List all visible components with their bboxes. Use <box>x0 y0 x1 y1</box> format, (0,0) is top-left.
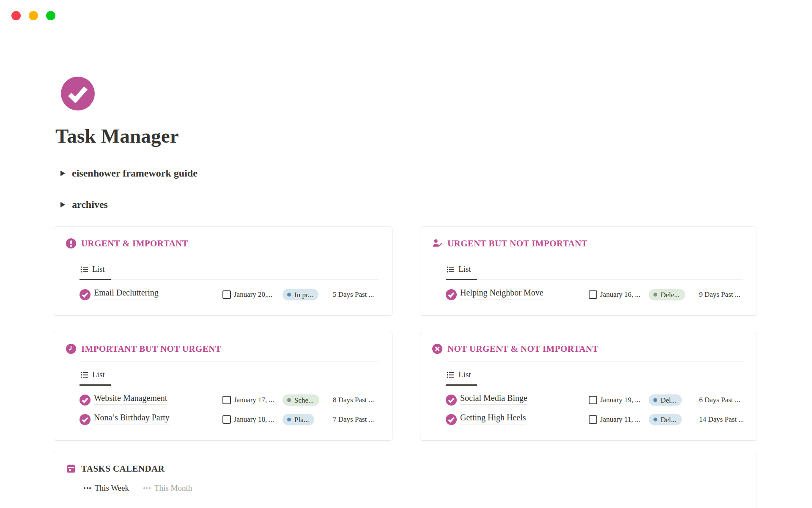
task-list: Social Media Binge January 19, ... Del..… <box>432 390 744 429</box>
task-check-circle-icon <box>80 289 91 300</box>
calendar-icon <box>66 464 76 474</box>
task-done-checkbox[interactable] <box>589 290 597 299</box>
toggle-triangle-icon <box>60 202 65 207</box>
status-label: Dele... <box>661 290 680 299</box>
task-days-past: 7 Days Past ... <box>333 415 374 424</box>
status-pill[interactable]: Sche... <box>283 395 319 406</box>
exclamation-circle-icon <box>66 238 76 248</box>
calendar-tab-label: This Week <box>95 483 129 494</box>
task-check-circle-icon <box>80 414 91 425</box>
divider <box>447 361 743 362</box>
view-tab-row: List <box>80 264 379 280</box>
toggle-archives[interactable]: archives <box>54 198 757 211</box>
tab-label: List <box>92 369 105 380</box>
task-list: Helping Neighbor Move January 16, ... De… <box>432 285 744 304</box>
status-pill[interactable]: In pr... <box>283 289 318 301</box>
task-due-date[interactable]: January 17, ... <box>234 396 274 404</box>
status-label: In pr... <box>294 290 313 299</box>
quadrant-title: NOT URGENT & NOT IMPORTANT <box>447 344 598 354</box>
view-tab-row: List <box>446 369 743 385</box>
view-tab-row: List <box>446 264 743 280</box>
task-list: Email Decluttering January 20,... In pr.… <box>66 285 379 304</box>
status-pill[interactable]: Del... <box>649 414 682 425</box>
status-dot-icon <box>287 418 291 422</box>
task-row: Nona’s Birthday Party January 18, ... Pl… <box>66 410 379 429</box>
list-view-icon <box>447 265 455 273</box>
view-tab-row: List <box>80 369 379 385</box>
view-dots-icon <box>84 487 91 489</box>
status-dot-icon <box>653 418 657 422</box>
task-check-circle-icon <box>446 395 457 406</box>
close-window-button[interactable] <box>11 11 21 20</box>
status-label: Sche... <box>294 396 314 404</box>
quadrant-title: URGENT BUT NOT IMPORTANT <box>447 238 587 249</box>
task-row: Helping Neighbor Move January 16, ... De… <box>432 285 744 304</box>
tab-list-view[interactable]: List <box>80 264 111 280</box>
quadrant-card: NOT URGENT & NOT IMPORTANT List <box>420 332 757 441</box>
tasks-calendar-title: TASKS CALENDAR <box>81 464 165 474</box>
tab-list-view[interactable]: List <box>446 369 477 386</box>
task-done-checkbox[interactable] <box>222 396 231 404</box>
check-circle-icon[interactable] <box>61 77 95 110</box>
tab-label: List <box>92 264 105 275</box>
calendar-tab-this-month[interactable]: This Month <box>143 483 192 494</box>
status-pill[interactable]: Pla... <box>283 414 314 425</box>
status-label: Del... <box>661 415 676 424</box>
calendar-tab-label: This Month <box>154 483 192 494</box>
task-row: Email Decluttering January 20,... In pr.… <box>66 285 379 304</box>
task-days-past: 6 Days Past ... <box>699 396 740 404</box>
quadrant-header: URGENT BUT NOT IMPORTANT <box>432 237 744 250</box>
tab-list-view[interactable]: List <box>446 264 477 280</box>
task-list: Website Management January 17, ... Sche.… <box>66 390 379 429</box>
task-row: Website Management January 17, ... Sche.… <box>66 390 379 410</box>
task-due-date[interactable]: January 11, ... <box>600 415 640 424</box>
status-pill[interactable]: Dele... <box>649 289 685 301</box>
task-due-date[interactable]: January 20,... <box>234 290 272 299</box>
tasks-calendar-card: TASKS CALENDAR This WeekThis Month <box>54 452 757 508</box>
task-done-checkbox[interactable] <box>222 290 231 299</box>
calendar-view-tabs: This WeekThis Month <box>84 483 744 494</box>
task-due-date[interactable]: January 19, ... <box>600 396 640 404</box>
zoom-window-button[interactable] <box>46 11 55 20</box>
status-dot-icon <box>653 293 657 297</box>
page-title[interactable]: Task Manager <box>55 124 757 148</box>
task-days-past: 14 Days Past ... <box>699 415 744 424</box>
quadrant-header: URGENT & IMPORTANT <box>66 237 379 250</box>
task-title-link[interactable]: Social Media Binge <box>460 393 527 405</box>
task-title-link[interactable]: Website Management <box>94 393 167 405</box>
divider <box>81 256 379 256</box>
status-label: Del... <box>661 396 676 404</box>
task-due-date[interactable]: January 18, ... <box>234 415 274 424</box>
quadrant-card: URGENT & IMPORTANT List <box>54 226 392 316</box>
page-content: Task Manager eisenhower framework guide … <box>54 0 757 508</box>
tab-list-view[interactable]: List <box>80 369 111 386</box>
divider <box>447 256 743 256</box>
task-due-date[interactable]: January 16, ... <box>600 290 640 299</box>
toggle-label: archives <box>72 198 108 211</box>
status-dot-icon <box>653 398 657 402</box>
task-title-link[interactable]: Email Decluttering <box>94 288 159 299</box>
quadrant-card: IMPORTANT BUT NOT URGENT List <box>54 332 392 441</box>
minimize-window-button[interactable] <box>29 11 38 20</box>
task-done-checkbox[interactable] <box>589 396 597 404</box>
task-title-link[interactable]: Getting High Heels <box>460 413 526 424</box>
task-done-checkbox[interactable] <box>222 415 231 424</box>
quadrant-header: IMPORTANT BUT NOT URGENT <box>66 342 379 355</box>
task-row: Getting High Heels January 11, ... Del..… <box>432 410 744 429</box>
task-title-link[interactable]: Helping Neighbor Move <box>460 288 543 299</box>
person-check-icon <box>432 238 442 248</box>
quadrant-grid: URGENT & IMPORTANT List <box>54 226 757 441</box>
toggle-eisenhower-framework-guide[interactable]: eisenhower framework guide <box>54 166 757 180</box>
quadrant-header: NOT URGENT & NOT IMPORTANT <box>432 342 744 355</box>
tab-label: List <box>458 369 471 380</box>
task-days-past: 5 Days Past ... <box>333 290 374 299</box>
calendar-tab-this-week[interactable]: This Week <box>84 483 129 494</box>
view-dots-icon <box>143 487 151 489</box>
task-title-link[interactable]: Nona’s Birthday Party <box>94 413 170 424</box>
quadrant-card: URGENT BUT NOT IMPORTANT List <box>420 226 757 316</box>
list-view-icon <box>80 371 88 379</box>
status-pill[interactable]: Del... <box>649 395 682 406</box>
quadrant-title: IMPORTANT BUT NOT URGENT <box>81 344 221 354</box>
task-done-checkbox[interactable] <box>589 415 597 424</box>
status-label: Pla... <box>294 415 309 424</box>
